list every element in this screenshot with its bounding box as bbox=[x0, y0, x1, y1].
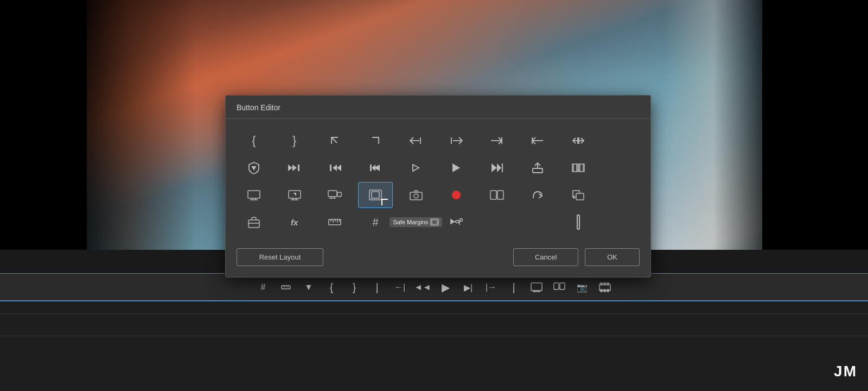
svg-marker-30 bbox=[252, 167, 256, 169]
icon-empty-r1 bbox=[601, 128, 636, 154]
svg-marker-34 bbox=[337, 165, 341, 171]
icon-arch-undo[interactable] bbox=[520, 182, 555, 208]
icon-empty-r2 bbox=[601, 155, 636, 181]
toolbar-filmstrip-icon[interactable] bbox=[598, 281, 611, 294]
svg-rect-82 bbox=[432, 220, 437, 224]
svg-rect-72 bbox=[576, 193, 584, 200]
toolbar-skip-back-icon[interactable]: ◄◄ bbox=[416, 281, 429, 294]
svg-rect-9 bbox=[554, 283, 559, 289]
confirm-buttons: Cancel OK bbox=[513, 248, 640, 266]
button-editor-dialog: Button Editor { } bbox=[225, 95, 651, 278]
svg-rect-65 bbox=[337, 192, 341, 197]
toolbar-play-forward-icon[interactable]: ▶| bbox=[462, 281, 475, 294]
toolbar-play-icon[interactable]: ▶ bbox=[439, 281, 452, 294]
icon-grid-frames[interactable] bbox=[561, 155, 596, 181]
icon-expand-horizontal[interactable] bbox=[561, 128, 596, 154]
toolbar-ruler-icon[interactable] bbox=[279, 281, 292, 294]
svg-rect-53 bbox=[248, 191, 260, 198]
icon-export[interactable] bbox=[520, 155, 555, 181]
svg-marker-83 bbox=[451, 219, 454, 224]
icon-monitor-out[interactable] bbox=[277, 182, 312, 208]
icon-audio-link[interactable] bbox=[439, 209, 474, 235]
dialog-title: Button Editor bbox=[226, 96, 650, 119]
icon-monitor-plus[interactable] bbox=[317, 182, 352, 208]
icon-record[interactable] bbox=[439, 182, 474, 208]
svg-rect-39 bbox=[370, 165, 372, 171]
toolbar-monitor2-icon[interactable] bbox=[553, 281, 566, 294]
icon-hashtag[interactable]: # bbox=[358, 209, 393, 235]
reset-layout-button[interactable]: Reset Layout bbox=[237, 248, 323, 266]
black-bar-right bbox=[762, 0, 868, 250]
icon-play[interactable] bbox=[439, 155, 474, 181]
svg-rect-70 bbox=[490, 191, 496, 199]
svg-point-69 bbox=[414, 194, 418, 198]
svg-marker-38 bbox=[372, 165, 375, 171]
icon-left-brace[interactable]: { bbox=[237, 128, 271, 154]
cursor-indicator bbox=[381, 199, 388, 205]
dialog-actions: Reset Layout Cancel OK bbox=[226, 244, 650, 266]
svg-rect-68 bbox=[410, 192, 422, 200]
svg-rect-33 bbox=[298, 165, 299, 171]
black-bar-left bbox=[0, 0, 87, 250]
icon-step-forward[interactable] bbox=[399, 155, 433, 181]
svg-rect-0 bbox=[282, 286, 290, 289]
svg-point-84 bbox=[460, 219, 463, 222]
toolbar-arrow-right-bar-icon[interactable]: |→ bbox=[484, 281, 497, 294]
toolbar-bar-icon[interactable]: | bbox=[371, 281, 384, 294]
icon-empty-r4a bbox=[480, 209, 514, 235]
icon-suitcase[interactable] bbox=[237, 209, 271, 235]
svg-line-18 bbox=[331, 137, 337, 143]
svg-rect-10 bbox=[560, 283, 565, 289]
icon-shield[interactable] bbox=[237, 155, 271, 181]
timeline-accent bbox=[0, 300, 868, 301]
icon-bar-arrow-right[interactable] bbox=[480, 128, 514, 154]
icon-top-left-corner[interactable] bbox=[358, 128, 393, 154]
icon-camera[interactable] bbox=[399, 182, 433, 208]
icon-fast-back[interactable] bbox=[317, 155, 352, 181]
icon-empty-r3 bbox=[601, 182, 636, 208]
icon-film-ruler[interactable] bbox=[317, 209, 352, 235]
icon-empty-r4c bbox=[601, 209, 636, 235]
icon-skip-back[interactable] bbox=[358, 155, 393, 181]
svg-rect-71 bbox=[497, 191, 503, 199]
icon-split-screen[interactable] bbox=[480, 182, 514, 208]
svg-marker-32 bbox=[292, 165, 297, 171]
safe-margins-label: Safe Margins bbox=[393, 219, 428, 225]
icon-arrow-box[interactable] bbox=[561, 182, 596, 208]
icon-top-right-corner[interactable] bbox=[317, 128, 352, 154]
icon-bar-arrow-left[interactable] bbox=[520, 128, 555, 154]
icon-empty-r4b bbox=[520, 209, 555, 235]
toolbar-arrow-left-bar-icon[interactable]: ←| bbox=[393, 281, 406, 294]
icon-arrow-left-to-bar[interactable] bbox=[399, 128, 433, 154]
toolbar-shield-icon[interactable]: ▼ bbox=[302, 281, 315, 294]
svg-rect-36 bbox=[330, 165, 331, 171]
toolbar-right-brace-icon[interactable]: } bbox=[348, 281, 361, 294]
svg-rect-57 bbox=[289, 191, 301, 198]
svg-rect-85 bbox=[577, 215, 579, 229]
icon-right-brace[interactable]: } bbox=[277, 128, 312, 154]
svg-rect-67 bbox=[372, 192, 379, 198]
toolbar-left-brace-icon[interactable]: { bbox=[325, 281, 338, 294]
svg-marker-40 bbox=[413, 165, 419, 171]
icon-play-marker[interactable] bbox=[480, 155, 514, 181]
cancel-button[interactable]: Cancel bbox=[513, 248, 578, 266]
toolbar-camera-icon[interactable]: 📷 bbox=[576, 281, 589, 294]
svg-rect-45 bbox=[533, 168, 542, 173]
svg-marker-35 bbox=[333, 165, 337, 171]
icon-arrow-right-to-bar[interactable] bbox=[439, 128, 474, 154]
toolbar-monitor1-icon[interactable] bbox=[530, 281, 543, 294]
toolbar-sep-icon: | bbox=[507, 281, 520, 294]
timeline-area[interactable] bbox=[0, 302, 868, 391]
icon-vertical-bar[interactable] bbox=[561, 209, 596, 235]
icon-fast-forward[interactable] bbox=[277, 155, 312, 181]
icon-safe-margins[interactable]: Safe Margins bbox=[399, 209, 433, 235]
icon-safe-zone-active[interactable] bbox=[358, 182, 393, 208]
icon-monitor-single[interactable] bbox=[237, 182, 271, 208]
svg-marker-41 bbox=[452, 163, 460, 172]
ok-button[interactable]: OK bbox=[585, 248, 640, 266]
svg-rect-73 bbox=[248, 220, 259, 228]
icon-fx[interactable]: fx bbox=[277, 209, 312, 235]
svg-rect-5 bbox=[531, 283, 542, 291]
watermark: JM bbox=[834, 363, 857, 380]
toolbar-hashtag-icon[interactable]: # bbox=[257, 281, 270, 294]
